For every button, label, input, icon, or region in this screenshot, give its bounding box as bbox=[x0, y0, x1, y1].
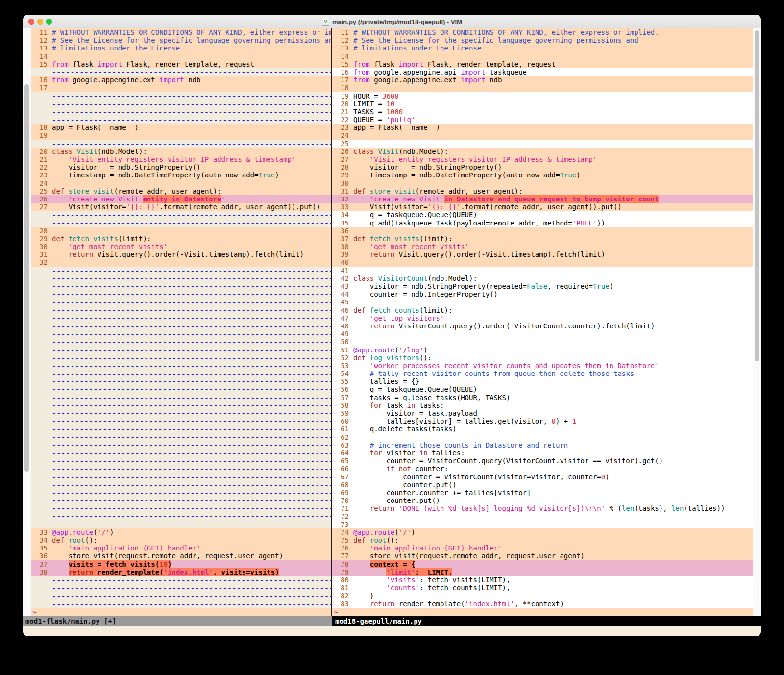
code-line[interactable]: 18 bbox=[332, 84, 753, 92]
code-line[interactable]: 13# limitations under the License. bbox=[31, 44, 331, 52]
code-line[interactable]: 25def store_visit(remote_addr, user_agen… bbox=[31, 187, 331, 195]
code-line[interactable]: 56 q = taskqueue.Queue(QUEUE) bbox=[332, 385, 753, 393]
code-line[interactable]: 57 tasks = q.lease_tasks(HOUR, TASKS) bbox=[332, 394, 753, 401]
code-line[interactable]: 32 'create new Visit in Datastore and qu… bbox=[332, 195, 753, 203]
code-line[interactable]: 38 'get most recent visits' bbox=[332, 243, 753, 250]
code-line[interactable]: 45 bbox=[332, 298, 753, 306]
code-line[interactable]: 19 bbox=[31, 131, 331, 139]
code-line[interactable]: 38 return render_template('index.html', … bbox=[31, 568, 331, 576]
code-line[interactable]: 23app = Flask(__name__) bbox=[332, 124, 753, 131]
code-line[interactable]: 65 counter = VisitorCount.query(VisitorC… bbox=[332, 457, 753, 465]
code-line[interactable]: 62 bbox=[332, 433, 753, 441]
code-line[interactable]: 69 counter.counter += tallies[visitor] bbox=[332, 489, 753, 497]
code-line[interactable]: 12# See the License for the specific lan… bbox=[332, 36, 753, 44]
code-line[interactable]: 68 counter.put() bbox=[332, 481, 753, 489]
code-line[interactable]: 11# WITHOUT WARRANTIES OR CONDITIONS OF … bbox=[31, 28, 331, 36]
code-line[interactable]: 35 q.add(taskqueue.Task(payload=remote_a… bbox=[332, 219, 753, 227]
code-line[interactable]: 49 bbox=[332, 330, 753, 338]
code-line[interactable]: 26 'create new Visit entity in Datastore… bbox=[31, 195, 331, 203]
code-line[interactable]: 25 bbox=[332, 140, 753, 148]
code-line[interactable]: 61 q.delete_tasks(tasks) bbox=[332, 425, 753, 433]
code-line[interactable]: 12# See the License for the specific lan… bbox=[31, 36, 331, 44]
code-line[interactable]: 54 # tally recent visitor counts from qu… bbox=[332, 370, 753, 377]
code-line[interactable]: 59 visitor = task.payload bbox=[332, 409, 753, 417]
code-line[interactable]: 24 bbox=[31, 179, 331, 187]
code-line[interactable]: 28 visitor = ndb.StringProperty() bbox=[332, 163, 753, 171]
code-line[interactable]: 35 'main application (GET) handler' bbox=[31, 544, 331, 552]
statusline-left[interactable]: mod1-flask/main.py [+] bbox=[23, 616, 334, 626]
code-line[interactable]: 15from flask import Flask, render_templa… bbox=[332, 60, 753, 68]
code-line[interactable]: 16from google.appengine.api import taskq… bbox=[332, 68, 753, 76]
code-line[interactable]: 31def store_visit(remote_addr, user_agen… bbox=[332, 187, 753, 195]
code-line[interactable]: 70 counter.put() bbox=[332, 497, 753, 504]
code-line[interactable]: 21 'Visit entity registers visitor IP ad… bbox=[31, 155, 331, 163]
code-line[interactable]: 18app = Flask(__name__) bbox=[31, 124, 331, 131]
code-line[interactable]: 15from flask import Flask, render_templa… bbox=[31, 60, 331, 68]
code-line[interactable]: 31 return Visit.query().order(-Visit.tim… bbox=[31, 250, 331, 258]
code-line[interactable]: 82 } bbox=[332, 592, 753, 600]
code-line[interactable]: 83 return render_template('index.html', … bbox=[332, 600, 753, 608]
scrollbar-track-left[interactable] bbox=[23, 28, 31, 616]
code-line[interactable]: 53 'worker processes recent visitor coun… bbox=[332, 362, 753, 370]
code-line[interactable]: 11# WITHOUT WARRANTIES OR CONDITIONS OF … bbox=[332, 28, 753, 36]
code-line[interactable]: 73 bbox=[332, 521, 753, 528]
code-line[interactable]: 77 store_visit(request.remote_addr, requ… bbox=[332, 552, 753, 560]
code-line[interactable]: 37def fetch_visits(limit): bbox=[332, 235, 753, 243]
code-line[interactable]: 34def root(): bbox=[31, 536, 331, 544]
code-line[interactable]: 29def fetch_visits(limit): bbox=[31, 235, 331, 243]
code-line[interactable]: 23 timestamp = ndb.DateTimeProperty(auto… bbox=[31, 171, 331, 179]
editor-pane-left[interactable]: 11# WITHOUT WARRANTIES OR CONDITIONS OF … bbox=[31, 28, 331, 616]
code-line[interactable]: 24 bbox=[332, 131, 753, 139]
code-line[interactable]: 44 counter = ndb.IntegerProperty() bbox=[332, 290, 753, 298]
code-line[interactable]: 74@app.route('/') bbox=[332, 528, 753, 536]
code-line[interactable]: 40 bbox=[332, 258, 753, 266]
code-line[interactable]: 37 visits = fetch_visits(10) bbox=[31, 560, 331, 568]
code-line[interactable]: 63 # increment those counts in Datastore… bbox=[332, 441, 753, 449]
code-line[interactable]: 22QUEUE = 'pullq' bbox=[332, 116, 753, 124]
code-line[interactable]: 32 bbox=[31, 258, 331, 266]
code-line[interactable]: 13# limitations under the License. bbox=[332, 44, 753, 52]
code-line[interactable]: 27 'Visit entity registers visitor IP ad… bbox=[332, 155, 753, 163]
code-line[interactable]: 51@app.route('/log') bbox=[332, 346, 753, 354]
code-line[interactable]: 66 if not counter: bbox=[332, 465, 753, 473]
titlebar[interactable]: main.py (/private/tmp/mod18-gaepull) - V… bbox=[23, 15, 761, 29]
code-line[interactable]: 36 store_visit(request.remote_addr, requ… bbox=[31, 552, 331, 560]
code-line[interactable]: 16from google.appengine.ext import ndb bbox=[31, 76, 331, 84]
code-line[interactable]: 47 'get top visitors' bbox=[332, 314, 753, 322]
code-line[interactable]: 48 return VisitorCount.query().order(-Vi… bbox=[332, 322, 753, 330]
code-line[interactable]: 34 q = taskqueue.Queue(QUEUE) bbox=[332, 211, 753, 219]
editor-pane-right[interactable]: 11# WITHOUT WARRANTIES OR CONDITIONS OF … bbox=[332, 28, 753, 616]
code-line[interactable]: 50 bbox=[332, 338, 753, 346]
code-line[interactable]: 43 visitor = ndb.StringProperty(repeated… bbox=[332, 282, 753, 290]
code-line[interactable]: 52def log_visitors(): bbox=[332, 354, 753, 362]
code-line[interactable]: 17 bbox=[31, 84, 331, 92]
code-line[interactable]: 14 bbox=[31, 52, 331, 60]
scrollbar-track-right[interactable] bbox=[753, 28, 761, 616]
code-line[interactable]: 46def fetch_counts(limit): bbox=[332, 306, 753, 314]
code-line[interactable]: 64 for visitor in tallies: bbox=[332, 449, 753, 457]
code-line[interactable]: 22 visitor = ndb.StringProperty() bbox=[31, 163, 331, 171]
code-line[interactable]: 39 return Visit.query().order(-Visit.tim… bbox=[332, 250, 753, 258]
code-line[interactable]: 20class Visit(ndb.Model): bbox=[31, 148, 331, 155]
code-line[interactable]: 81 'counts': fetch_counts(LIMIT), bbox=[332, 584, 753, 592]
code-line[interactable]: 42class VisitorCount(ndb.Model): bbox=[332, 275, 753, 282]
code-line[interactable]: 27 Visit(visitor='{}: {}'.format(remote_… bbox=[31, 203, 331, 211]
code-line[interactable]: 33 Visit(visitor='{}: {}'.format(remote_… bbox=[332, 203, 753, 211]
code-line[interactable]: 67 counter = VisitorCount(visitor=visito… bbox=[332, 473, 753, 481]
code-line[interactable]: 36 bbox=[332, 227, 753, 235]
scrollbar-thumb-right[interactable] bbox=[755, 30, 759, 361]
code-line[interactable]: 33@app.route('/') bbox=[31, 528, 331, 536]
code-line[interactable]: 76 'main application (GET) handler' bbox=[332, 544, 753, 552]
code-line[interactable]: 55 tallies = {} bbox=[332, 377, 753, 385]
code-line[interactable]: 17from google.appengine.ext import ndb bbox=[332, 76, 753, 84]
code-line[interactable]: 78 context = { bbox=[332, 560, 753, 568]
code-line[interactable]: 29 timestamp = ndb.DateTimeProperty(auto… bbox=[332, 171, 753, 179]
code-line[interactable]: 80 'visits': fetch_visits(LIMIT), bbox=[332, 576, 753, 584]
code-line[interactable]: 58 for task in tasks: bbox=[332, 401, 753, 409]
code-line[interactable]: 19HOUR = 3600 bbox=[332, 92, 753, 100]
code-line[interactable]: 14 bbox=[332, 52, 753, 60]
code-line[interactable]: 26class Visit(ndb.Model): bbox=[332, 148, 753, 155]
code-line[interactable]: 30 'get most recent visits' bbox=[31, 243, 331, 250]
code-line[interactable]: 28 bbox=[31, 227, 331, 235]
scrollbar-thumb-left[interactable] bbox=[24, 84, 29, 472]
